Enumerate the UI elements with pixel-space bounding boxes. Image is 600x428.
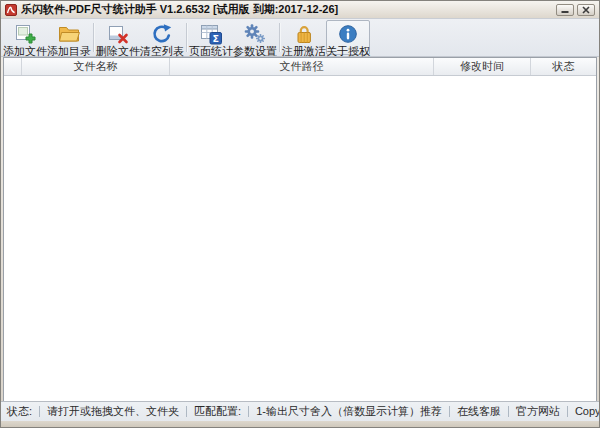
svg-text:Σ: Σ (212, 33, 219, 44)
statusbar-separator (186, 406, 187, 417)
delete-file-icon (106, 23, 130, 45)
minimize-button[interactable] (556, 4, 574, 16)
statusbar-separator (248, 406, 249, 417)
register-lock-icon (292, 23, 316, 45)
match-config-label: 匹配配置: (194, 404, 241, 419)
statusbar-separator (567, 406, 568, 417)
statusbar-separator (39, 406, 40, 417)
add-folder-icon (57, 23, 81, 45)
copyright-text: Copyright 2017 乐闪软件 保留所有权利 (575, 404, 600, 419)
toolbar: 添加文件 添加目录 删除文件 (1, 18, 599, 57)
app-icon (5, 4, 17, 16)
toolbar-button-label: 添加文件 (3, 45, 47, 57)
toolbar-button-register[interactable]: 注册激活 (282, 20, 326, 55)
table-header-status[interactable]: 状态 (531, 58, 596, 75)
toolbar-button-label: 清空列表 (140, 45, 184, 57)
official-website-link[interactable]: 官方网站 (516, 404, 560, 419)
toolbar-button-delete-file[interactable]: 删除文件 (96, 20, 140, 55)
toolbar-separator (93, 23, 94, 52)
minimize-icon (560, 6, 570, 14)
about-info-icon (336, 23, 360, 45)
add-file-icon (13, 23, 37, 45)
table-body-empty[interactable] (4, 76, 596, 401)
toolbar-button-settings[interactable]: 参数设置 (233, 20, 277, 55)
title-bar[interactable]: 乐闪软件-PDF尺寸统计助手 V1.2.6532 [试用版 到期:2017-12… (1, 1, 599, 18)
table-header-file-name[interactable]: 文件名称 (22, 58, 170, 75)
toolbar-separator (279, 23, 280, 52)
close-icon (581, 6, 591, 14)
table-header-row: 文件名称 文件路径 修改时间 状态 (4, 58, 596, 76)
toolbar-button-clear-list[interactable]: 清空列表 (140, 20, 184, 55)
close-button[interactable] (577, 4, 595, 16)
toolbar-button-add-file[interactable]: 添加文件 (3, 20, 47, 55)
clear-list-icon (150, 23, 174, 45)
toolbar-button-label: 页面统计 (189, 45, 233, 57)
toolbar-button-label: 关于授权 (326, 45, 370, 57)
toolbar-button-label: 删除文件 (96, 45, 140, 57)
toolbar-button-page-statistics[interactable]: Σ 页面统计 (189, 20, 233, 55)
toolbar-button-label: 参数设置 (233, 45, 277, 57)
settings-icon (243, 23, 267, 45)
toolbar-separator (186, 23, 187, 52)
table-header-modified-time[interactable]: 修改时间 (434, 58, 531, 75)
window-title: 乐闪软件-PDF尺寸统计助手 V1.2.6532 [试用版 到期:2017-12… (21, 2, 550, 17)
status-label: 状态: (7, 404, 32, 419)
status-message: 请打开或拖拽文件、文件夹 (47, 404, 179, 419)
status-bar: 状态: 请打开或拖拽文件、文件夹 匹配配置: 1-输出尺寸舍入（倍数显示计算）推… (1, 401, 599, 421)
toolbar-button-add-folder[interactable]: 添加目录 (47, 20, 91, 55)
statusbar-separator (449, 406, 450, 417)
statusbar-separator (508, 406, 509, 417)
table-header-row-number[interactable] (4, 58, 22, 75)
window-bottom-frame (1, 421, 599, 427)
toolbar-button-about[interactable]: 关于授权 (326, 20, 370, 55)
app-window: 乐闪软件-PDF尺寸统计助手 V1.2.6532 [试用版 到期:2017-12… (0, 0, 600, 428)
match-config-value: 1-输出尺寸舍入（倍数显示计算）推荐 (256, 404, 442, 419)
online-service-link[interactable]: 在线客服 (457, 404, 501, 419)
table-header-file-path[interactable]: 文件路径 (170, 58, 434, 75)
page-statistics-icon: Σ (199, 23, 223, 45)
file-table: 文件名称 文件路径 修改时间 状态 (3, 57, 597, 401)
toolbar-button-label: 添加目录 (47, 45, 91, 57)
toolbar-button-label: 注册激活 (282, 45, 326, 57)
